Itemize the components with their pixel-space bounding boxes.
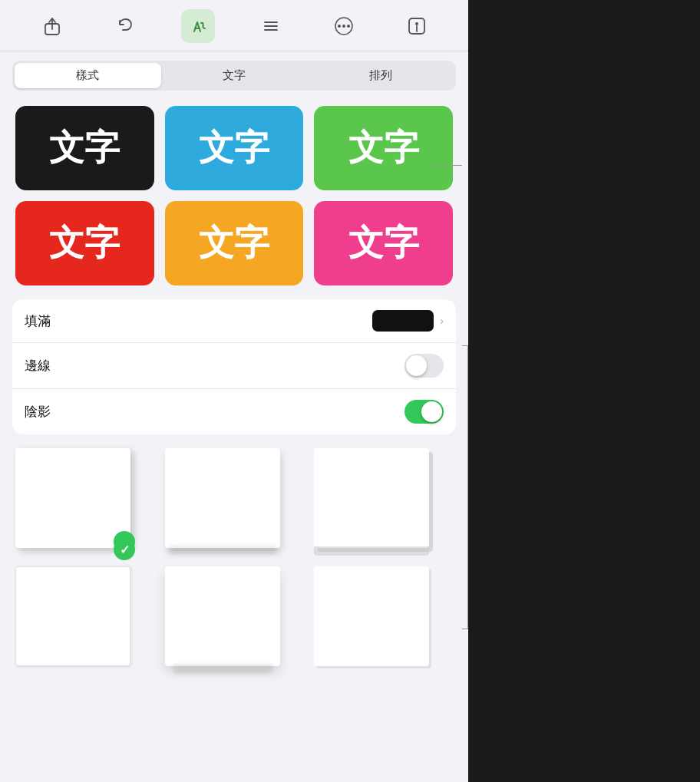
tab-bar: 樣式 文字 排列	[12, 61, 456, 91]
style-card-blue-label: 文字	[199, 124, 269, 172]
border-label: 邊線	[25, 357, 51, 375]
style-card-blue[interactable]: 文字	[165, 106, 304, 190]
dark-background	[468, 0, 700, 782]
share-button[interactable]	[35, 9, 69, 43]
annotation-line	[431, 165, 462, 166]
border-toggle-knob	[406, 355, 427, 376]
shadow-label: 陰影	[25, 403, 51, 421]
svg-point-11	[415, 22, 418, 25]
svg-point-7	[342, 25, 345, 28]
style-card-green[interactable]: 文字	[314, 106, 453, 190]
style-card-orange-label: 文字	[199, 219, 269, 267]
shadow-card-grid: ✓	[0, 445, 468, 685]
tab-style[interactable]: 樣式	[15, 63, 161, 88]
format-button[interactable]	[181, 9, 215, 43]
shadow-card-wrapper-5	[165, 566, 280, 674]
style-card-red-label: 文字	[49, 219, 120, 267]
annotation-bracket	[462, 345, 468, 629]
shadow-card-wrapper-2	[165, 448, 280, 556]
properties-section: 填滿 › 邊線 陰影	[12, 299, 456, 434]
style-card-pink-label: 文字	[348, 219, 419, 267]
shadow-card-4[interactable]	[15, 566, 130, 666]
shadow-toggle-knob	[421, 401, 442, 422]
shadow-card-6[interactable]	[314, 566, 429, 666]
fill-label: 填滿	[25, 312, 51, 330]
tab-arrange[interactable]: 排列	[307, 63, 454, 88]
list-button[interactable]	[254, 9, 288, 43]
more-button[interactable]	[327, 9, 361, 43]
svg-point-8	[347, 25, 350, 28]
style-card-grid: 文字 文字 文字 文字 文字 文字	[0, 101, 468, 299]
shadow-card-3[interactable]	[314, 448, 429, 548]
style-card-black-label: 文字	[49, 124, 120, 172]
shadow-card-wrapper-3	[314, 448, 429, 556]
settings-button[interactable]	[400, 9, 434, 43]
tab-text[interactable]: 文字	[161, 63, 308, 88]
style-card-orange[interactable]: 文字	[165, 201, 304, 285]
style-card-pink[interactable]: 文字	[314, 201, 453, 285]
main-panel: 樣式 文字 排列 文字 文字 文字 文字 文字 文字 填滿 ›	[0, 0, 468, 782]
shadow-toggle[interactable]	[404, 400, 444, 424]
check-badge: ✓	[114, 539, 135, 560]
toolbar	[0, 0, 468, 51]
fill-row[interactable]: 填滿 ›	[12, 299, 456, 343]
shadow-card-wrapper-4	[15, 566, 130, 674]
shadow-card-wrapper-1: ✓	[15, 448, 130, 556]
undo-button[interactable]	[108, 9, 142, 43]
style-card-red[interactable]: 文字	[15, 201, 154, 285]
border-toggle[interactable]	[404, 354, 444, 378]
fill-right: ›	[372, 310, 444, 332]
shadow-card-2[interactable]	[165, 448, 280, 548]
shadow-card-5[interactable]	[165, 566, 280, 666]
chevron-right-icon: ›	[440, 315, 444, 327]
svg-point-6	[338, 25, 341, 28]
fill-swatch[interactable]	[372, 310, 434, 332]
style-card-green-label: 文字	[348, 124, 419, 172]
shadow-row: 陰影	[12, 389, 456, 434]
shadow-card-wrapper-6	[314, 566, 429, 674]
style-card-black[interactable]: 文字	[15, 106, 154, 190]
border-row: 邊線	[12, 343, 456, 389]
shadow-card-1[interactable]	[15, 448, 130, 548]
